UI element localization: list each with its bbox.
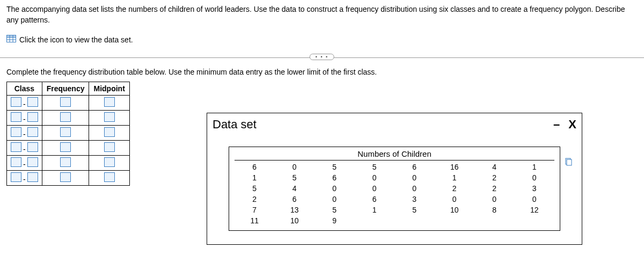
data-cell: 1	[515, 162, 555, 172]
data-cell: 10	[435, 205, 475, 215]
data-row: 26063000	[235, 194, 554, 205]
data-cell	[435, 215, 475, 226]
class-high-input[interactable]	[27, 127, 38, 137]
data-cell: 2	[235, 194, 275, 205]
dash-label: -	[23, 130, 26, 138]
data-cell: 9	[314, 215, 355, 226]
data-cell: 6	[355, 194, 395, 205]
table-row: -	[7, 156, 130, 171]
section-divider: • • •	[0, 57, 644, 58]
problem-text: The accompanying data set lists the numb…	[6, 4, 638, 25]
data-cell: 1	[435, 172, 475, 183]
table-row: -	[7, 126, 130, 141]
close-icon[interactable]: X	[568, 119, 576, 130]
data-cell: 0	[275, 162, 315, 172]
header-class: Class	[7, 82, 42, 96]
midpoint-input[interactable]	[104, 142, 115, 152]
class-high-input[interactable]	[27, 157, 38, 167]
class-low-input[interactable]	[11, 127, 21, 137]
data-cell: 3	[515, 183, 555, 194]
data-cell: 8	[474, 205, 515, 215]
data-row: 54000223	[235, 183, 554, 194]
data-cell	[394, 215, 435, 226]
dash-label: -	[23, 145, 26, 154]
class-low-input[interactable]	[11, 172, 21, 182]
data-cell: 0	[515, 194, 555, 205]
table-row: -	[7, 111, 130, 126]
data-cell: 5	[394, 205, 435, 215]
minimize-icon[interactable]: –	[553, 119, 560, 130]
table-row: -	[7, 96, 130, 111]
frequency-input[interactable]	[60, 157, 71, 167]
table-row: -	[7, 141, 130, 156]
data-cell: 4	[275, 183, 315, 194]
data-cell: 0	[314, 183, 355, 194]
data-title: Numbers of Children	[235, 148, 554, 161]
data-cell: 0	[394, 172, 435, 183]
dash-label: -	[23, 175, 26, 184]
midpoint-input[interactable]	[104, 157, 115, 167]
ellipsis-badge[interactable]: • • •	[310, 54, 334, 60]
data-cell: 5	[355, 162, 395, 172]
data-cell: 11	[235, 215, 275, 226]
data-cell: 0	[355, 172, 395, 183]
data-row: 15600120	[235, 172, 554, 183]
data-cell: 5	[314, 162, 355, 172]
data-row: 11109	[235, 215, 554, 226]
data-cell: 0	[515, 172, 555, 183]
midpoint-input[interactable]	[104, 112, 115, 122]
frequency-input[interactable]	[60, 172, 71, 182]
header-midpoint: Midpoint	[89, 82, 129, 96]
data-row: 605561641	[235, 162, 554, 172]
copy-icon[interactable]	[564, 158, 573, 168]
data-cell: 6	[314, 172, 355, 183]
data-set-popup: Data set – X Numbers of Children 6055616…	[207, 113, 582, 245]
data-cell: 13	[275, 205, 315, 215]
data-cell: 12	[515, 205, 555, 215]
instruction-text: Complete the frequency distribution tabl…	[6, 68, 638, 76]
class-high-input[interactable]	[27, 172, 38, 182]
data-cell	[474, 215, 515, 226]
midpoint-input[interactable]	[104, 172, 115, 182]
svg-rect-7	[567, 159, 572, 165]
frequency-input[interactable]	[60, 142, 71, 152]
frequency-input[interactable]	[60, 127, 71, 137]
data-cell: 3	[394, 194, 435, 205]
data-cell: 7	[235, 205, 275, 215]
data-cell: 2	[474, 172, 515, 183]
data-cell: 16	[435, 162, 475, 172]
class-low-input[interactable]	[11, 112, 21, 122]
dash-label: -	[23, 100, 26, 108]
table-icon[interactable]	[6, 35, 16, 44]
data-cell: 2	[435, 183, 475, 194]
click-icon-text[interactable]: Click the icon to view the data set.	[19, 35, 133, 44]
data-cell: 6	[394, 162, 435, 172]
data-cell: 0	[435, 194, 475, 205]
midpoint-input[interactable]	[104, 97, 115, 107]
data-row: 71351510812	[235, 205, 554, 215]
class-low-input[interactable]	[11, 157, 21, 167]
dash-label: -	[23, 160, 26, 169]
data-cell: 0	[314, 194, 355, 205]
data-cell: 1	[355, 205, 395, 215]
data-cell: 0	[474, 194, 515, 205]
data-cell: 10	[275, 215, 315, 226]
data-cell: 5	[275, 172, 315, 183]
class-high-input[interactable]	[27, 112, 38, 122]
data-cell: 4	[474, 162, 515, 172]
class-high-input[interactable]	[27, 142, 38, 152]
frequency-input[interactable]	[60, 97, 71, 107]
class-low-input[interactable]	[11, 142, 21, 152]
data-cell	[355, 215, 395, 226]
data-cell: 0	[394, 183, 435, 194]
midpoint-input[interactable]	[104, 127, 115, 137]
header-frequency: Frequency	[42, 82, 89, 96]
data-cell: 6	[275, 194, 315, 205]
frequency-table: Class Frequency Midpoint ------	[6, 82, 130, 186]
data-cell: 5	[314, 205, 355, 215]
data-cell: 2	[474, 183, 515, 194]
class-low-input[interactable]	[11, 97, 21, 107]
frequency-input[interactable]	[60, 112, 71, 122]
class-high-input[interactable]	[27, 97, 38, 107]
data-cell: 5	[235, 183, 275, 194]
